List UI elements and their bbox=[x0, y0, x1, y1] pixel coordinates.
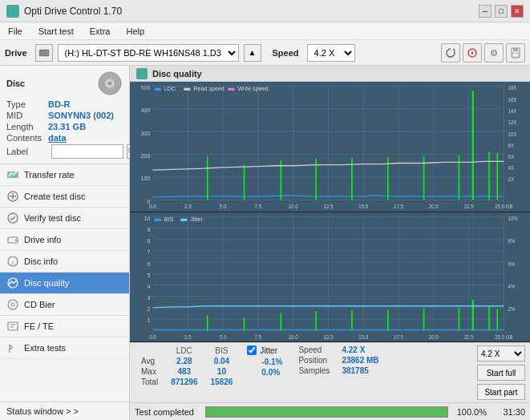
menu-start-test[interactable]: Start test bbox=[34, 25, 79, 38]
menu-extra[interactable]: Extra bbox=[85, 25, 115, 38]
sidebar-label-fe-te: FE / TE bbox=[24, 321, 54, 331]
svg-text:17.5: 17.5 bbox=[394, 334, 403, 340]
svg-text:10%: 10% bbox=[508, 215, 519, 220]
svg-text:200: 200 bbox=[141, 152, 151, 160]
svg-text:i: i bbox=[12, 259, 14, 266]
svg-rect-89 bbox=[184, 88, 190, 91]
title-bar: Opti Drive Control 1.70 ─ □ ✕ bbox=[0, 0, 530, 22]
status-window-label: Status window > > bbox=[6, 406, 79, 416]
svg-text:7.5: 7.5 bbox=[255, 204, 262, 209]
extra-tests-icon bbox=[6, 341, 19, 354]
disc-quality-title: Disc quality bbox=[152, 69, 202, 79]
position-stat-value: 23862 MB bbox=[342, 356, 378, 365]
stats-area: LDC BIS Avg 2.28 0.04 Max 483 bbox=[130, 342, 530, 402]
svg-rect-27 bbox=[8, 322, 18, 330]
sidebar: Disc Type BD-R MID SONYNN3 (002) Length … bbox=[0, 66, 130, 420]
total-label: Total bbox=[135, 377, 164, 387]
svg-text:12X: 12X bbox=[508, 119, 518, 125]
svg-text:5: 5 bbox=[147, 271, 150, 278]
disc-button[interactable] bbox=[463, 43, 482, 63]
svg-text:100: 100 bbox=[141, 175, 151, 182]
svg-point-13 bbox=[108, 82, 111, 85]
samples-stat-label: Samples bbox=[298, 366, 337, 375]
refresh-button[interactable] bbox=[441, 43, 460, 63]
sidebar-item-extra-tests[interactable]: Extra tests bbox=[0, 337, 129, 359]
jitter-checkbox[interactable] bbox=[247, 345, 257, 355]
sidebar-item-cd-bier[interactable]: CD Bier bbox=[0, 294, 129, 316]
sidebar-item-disc-info[interactable]: i Disc info bbox=[0, 251, 129, 273]
svg-point-5 bbox=[471, 51, 474, 54]
drive-select[interactable]: (H:) HL-DT-ST BD-RE WH16NS48 1.D3 bbox=[58, 44, 239, 62]
position-stat-label: Position bbox=[298, 356, 337, 365]
col-ldc: LDC bbox=[164, 345, 204, 356]
svg-text:7.5: 7.5 bbox=[255, 334, 262, 340]
sidebar-item-fe-te[interactable]: FE / TE bbox=[0, 316, 129, 337]
svg-text:14X: 14X bbox=[508, 108, 518, 114]
svg-text:4%: 4% bbox=[508, 283, 516, 289]
mid-value: SONYNN3 (002) bbox=[48, 111, 114, 120]
type-label: Type bbox=[6, 99, 48, 109]
status-window-button[interactable]: Status window > > bbox=[0, 402, 129, 420]
speed-select[interactable]: 4.2 X bbox=[307, 44, 355, 62]
svg-point-21 bbox=[15, 239, 18, 241]
sidebar-item-drive-info[interactable]: Drive info bbox=[0, 229, 129, 251]
svg-rect-152 bbox=[155, 218, 161, 220]
avg-jitter: -0.1% bbox=[257, 357, 287, 367]
svg-text:17.5: 17.5 bbox=[394, 204, 403, 209]
sidebar-item-create-test-disc[interactable]: Create test disc bbox=[0, 186, 129, 208]
samples-stat-value: 381785 bbox=[342, 366, 368, 375]
speed-dropdown[interactable]: 4.2 X bbox=[477, 345, 525, 361]
chart2-svg: 10 9 8 7 6 5 4 3 2 1 10% 8% 6% 4% 2% bbox=[130, 212, 530, 342]
svg-rect-87 bbox=[155, 88, 161, 91]
max-label: Max bbox=[135, 366, 164, 377]
contents-value[interactable]: data bbox=[48, 133, 67, 143]
svg-text:6: 6 bbox=[147, 260, 150, 267]
drive-icon bbox=[35, 44, 53, 62]
svg-text:7: 7 bbox=[147, 248, 150, 256]
save-button[interactable] bbox=[506, 43, 525, 63]
menu-help[interactable]: Help bbox=[121, 25, 149, 38]
contents-label: Contents bbox=[6, 133, 48, 143]
svg-point-25 bbox=[8, 300, 18, 309]
sidebar-item-disc-quality[interactable]: Disc quality bbox=[0, 273, 129, 294]
sidebar-bottom: Status window > > bbox=[0, 402, 129, 420]
main-area: Disc Type BD-R MID SONYNN3 (002) Length … bbox=[0, 66, 530, 420]
drive-bar: Drive (H:) HL-DT-ST BD-RE WH16NS48 1.D3 … bbox=[0, 40, 530, 66]
svg-text:2.5: 2.5 bbox=[184, 334, 192, 340]
start-full-button[interactable]: Start full bbox=[477, 365, 525, 381]
svg-rect-154 bbox=[180, 218, 187, 220]
max-ldc: 483 bbox=[164, 366, 204, 377]
sidebar-item-verify-test-disc[interactable]: Verify test disc bbox=[0, 208, 129, 229]
menu-bar: File Start test Extra Help bbox=[0, 22, 530, 40]
svg-text:10.0: 10.0 bbox=[289, 204, 298, 209]
svg-text:16X: 16X bbox=[508, 97, 518, 103]
start-part-button[interactable]: Start part bbox=[477, 384, 525, 400]
stats-table: LDC BIS Avg 2.28 0.04 Max 483 bbox=[135, 345, 239, 387]
svg-text:0.0: 0.0 bbox=[149, 204, 156, 209]
label-label: Label bbox=[6, 147, 48, 156]
disc-quality-icon bbox=[6, 277, 19, 289]
progress-area: Test completed 100.0% 31:30 bbox=[130, 402, 530, 420]
charts-area: 500 400 300 200 100 0 18X 16X 14X 12X 10… bbox=[130, 82, 530, 342]
close-button[interactable]: ✕ bbox=[511, 5, 524, 18]
sidebar-item-transfer-rate[interactable]: Transfer rate bbox=[0, 164, 129, 186]
menu-file[interactable]: File bbox=[3, 25, 27, 38]
eject-button[interactable]: ▲ bbox=[244, 44, 261, 62]
svg-text:15.0: 15.0 bbox=[358, 334, 368, 340]
svg-text:20.0: 20.0 bbox=[429, 334, 439, 340]
app-title: Opti Drive Control 1.70 bbox=[24, 6, 122, 17]
sidebar-label-drive-info: Drive info bbox=[24, 235, 61, 244]
svg-text:4: 4 bbox=[147, 282, 150, 289]
progress-percent: 100.0% bbox=[455, 407, 487, 417]
create-disc-icon bbox=[6, 190, 19, 203]
svg-text:6X: 6X bbox=[508, 154, 515, 160]
label-input[interactable] bbox=[51, 144, 123, 159]
svg-text:2: 2 bbox=[147, 305, 150, 313]
progress-bar-inner bbox=[206, 407, 447, 417]
verify-disc-icon bbox=[6, 212, 19, 224]
jitter-label: Jitter bbox=[260, 346, 277, 355]
settings-button[interactable] bbox=[484, 43, 504, 63]
maximize-button[interactable]: □ bbox=[495, 5, 508, 18]
minimize-button[interactable]: ─ bbox=[479, 5, 492, 18]
sidebar-menu: Transfer rate Create test disc Verify te… bbox=[0, 164, 129, 402]
